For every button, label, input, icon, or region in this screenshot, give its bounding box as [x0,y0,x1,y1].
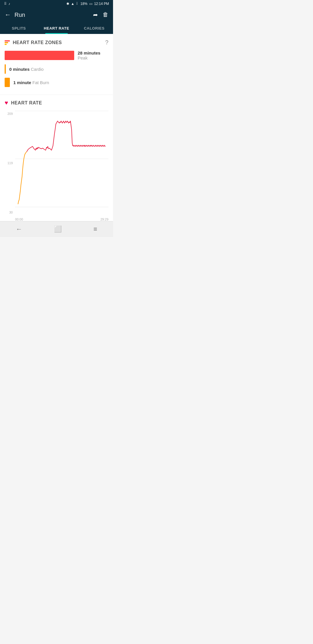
x-axis-labels: 00:00 29:29 [15,218,108,221]
clock: 12:14 PM [94,2,109,6]
peak-bar [5,51,74,60]
fatburn-zone-name: Fat Burn [32,80,49,85]
status-right: ✱ ▲ ⠇ 18% ▭ 12:14 PM [66,2,109,6]
zone-row-peak: 28 minutes Peak [5,50,108,60]
back-button[interactable]: ← [5,11,11,19]
tabs-bar: SPLITS HEART RATE CALORIES [0,22,113,34]
fatburn-label: 1 minute Fat Burn [13,80,49,85]
heart-rate-section: ♥ HEART RATE [0,95,113,111]
share-icon[interactable]: ➦ [93,11,98,18]
help-icon[interactable]: ? [105,39,108,46]
fatburn-bar [5,78,10,87]
cardio-bar [5,64,6,74]
page-title: Run [14,12,90,18]
status-bar: ⠿ ♪ ✱ ▲ ⠇ 18% ▭ 12:14 PM [0,0,113,8]
signal-icon: ⠇ [76,2,79,6]
zones-stack-icon [5,40,10,45]
chart-wrap: 209 119 30 00:00 29:2 [5,111,108,221]
header-actions: ➦ 🗑 [93,11,108,18]
battery-level: 18% [81,2,88,6]
wifi-icon: ▲ [71,2,74,6]
hr-header: ♥ HEART RATE [5,100,108,106]
hr-title: HEART RATE [11,100,42,106]
main-content: HEART RATE ZONES ? 28 minutes Peak 0 min… [0,34,113,221]
heart-rate-chart-container: 209 119 30 00:00 29:2 [0,111,113,221]
zone-row-cardio: 0 minutes Cardio [5,64,108,74]
nav-home-button[interactable]: ⬜ [54,225,62,233]
y-axis-labels: 209 119 30 [5,111,13,221]
y-label-119: 119 [5,161,13,165]
x-label-start: 00:00 [15,218,23,221]
zones-header-left: HEART RATE ZONES [5,40,62,45]
music-icon: ♪ [8,2,10,6]
nav-back-button[interactable]: ← [16,225,22,233]
bottom-nav: ← ⬜ ≡ [0,221,113,237]
cardio-zone-name: Cardio [31,67,43,72]
x-label-end: 29:29 [100,218,108,221]
tab-heart-rate[interactable]: HEART RATE [38,22,75,34]
peak-minutes: 28 minutes [78,50,100,55]
zone-row-fatburn: 1 minute Fat Burn [5,78,108,87]
bluetooth-icon: ✱ [66,2,69,6]
heart-rate-svg [15,111,108,213]
heart-icon: ♥ [5,100,8,106]
y-label-30: 30 [5,211,13,214]
app-header: ← Run ➦ 🗑 [0,8,113,22]
zones-section-header: HEART RATE ZONES ? [5,39,108,46]
fatburn-minutes: 1 minute [13,80,31,85]
cardio-minutes: 0 minutes [9,67,30,72]
tab-calories[interactable]: CALORIES [75,22,113,34]
tab-splits[interactable]: SPLITS [0,22,38,34]
zones-title: HEART RATE ZONES [13,40,62,45]
battery-icon: ▭ [89,2,92,6]
grid-icon: ⠿ [4,2,7,6]
peak-zone-name: Peak [78,55,88,60]
status-left-icons: ⠿ ♪ [4,2,10,6]
heart-rate-zones-section: HEART RATE ZONES ? 28 minutes Peak 0 min… [0,34,113,95]
cardio-label: 0 minutes Cardio [9,67,43,72]
nav-menu-button[interactable]: ≡ [93,225,97,233]
y-label-209: 209 [5,112,13,115]
peak-label: 28 minutes Peak [78,50,108,60]
delete-icon[interactable]: 🗑 [103,11,108,18]
